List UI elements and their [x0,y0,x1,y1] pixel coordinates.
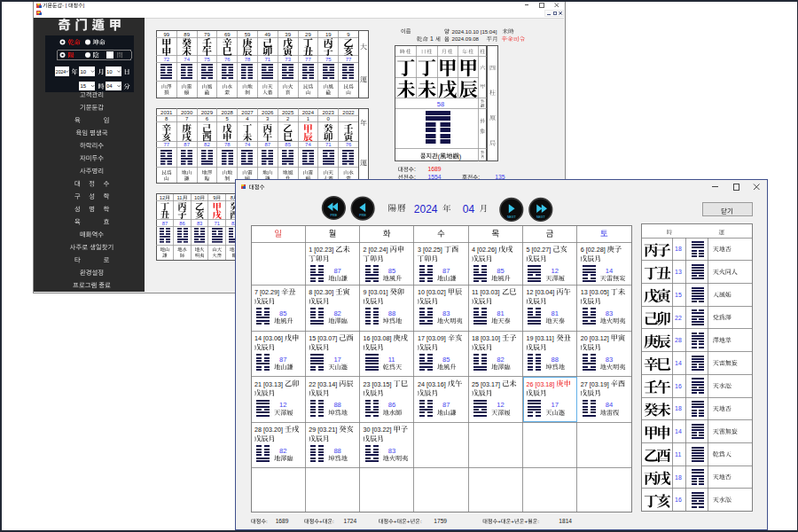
svg-text::: : [266,518,268,524]
svg-text:): ) [459,153,461,160]
svg-text::: : [414,166,416,172]
svg-text:11 [03.03]: 11 [03.03] [472,288,499,296]
svg-text:15 [03.07]: 15 [03.07] [309,334,337,342]
svg-text:+: + [407,518,411,524]
svg-text:76: 76 [346,142,352,147]
svg-text:12 [03.04]: 12 [03.04] [526,288,554,296]
svg-text:PRE: PRE [359,214,366,217]
svg-text:12: 12 [160,195,165,200]
svg-text:71: 71 [265,57,271,62]
svg-text:+: + [319,518,323,524]
svg-text:75: 75 [204,57,210,62]
svg-text:NEXT: NEXT [536,215,546,219]
svg-text:83: 83 [197,221,202,226]
svg-text:78: 78 [245,57,251,62]
svg-text:72: 72 [164,57,170,62]
svg-text:10 [03.02]: 10 [03.02] [418,288,446,296]
svg-text:2022: 2022 [342,110,355,115]
svg-text:84: 84 [606,401,613,409]
svg-text:81: 81 [497,309,504,317]
svg-text:17: 17 [552,401,559,409]
svg-text:69: 69 [224,32,231,37]
svg-text:77: 77 [346,57,352,62]
svg-text:77: 77 [164,142,170,147]
svg-text:2024: 2024 [56,69,66,74]
svg-text:20 [03.12]: 20 [03.12] [581,334,609,342]
svg-text:75: 75 [325,57,332,62]
svg-text:39: 39 [285,32,291,37]
svg-text:12: 12 [552,267,559,275]
svg-text:18 [03.10]: 18 [03.10] [472,334,500,342]
svg-text:83: 83 [606,356,613,364]
svg-text:9 [03.01]: 9 [03.01] [364,288,388,296]
svg-text:04: 04 [463,203,475,215]
svg-text:28: 28 [675,337,682,343]
svg-text:21 [03.13]: 21 [03.13] [254,380,283,388]
svg-text:10: 10 [81,69,87,74]
svg-text:82: 82 [497,356,504,364]
svg-text:74: 74 [305,142,311,147]
svg-text:19 [03.11]: 19 [03.11] [526,334,553,342]
svg-text:18: 18 [675,474,682,481]
svg-text:79: 79 [204,32,210,37]
svg-text:13: 13 [675,269,682,275]
svg-text:77: 77 [305,57,311,62]
svg-text:81: 81 [552,309,559,317]
svg-text:+: + [524,518,528,524]
svg-text:78: 78 [224,142,231,147]
svg-text:2 [02.24]: 2 [02.24] [364,246,388,254]
svg-text:87: 87 [442,267,450,275]
svg-text:29 [03.21]: 29 [03.21] [309,426,337,434]
svg-text:11: 11 [176,195,182,200]
svg-text:19: 19 [325,32,332,37]
svg-text:83: 83 [606,309,613,317]
svg-text:87: 87 [184,142,190,147]
svg-text:71: 71 [215,221,220,226]
svg-text:3 [02.25]: 3 [02.25] [418,246,442,254]
svg-text:12: 12 [279,401,286,409]
svg-text:5 [02.27]: 5 [02.27] [526,246,551,254]
svg-text::: : [420,518,422,524]
svg-text:10: 10 [106,69,113,74]
svg-text:24 [03.16]: 24 [03.16] [418,380,446,388]
svg-text:87: 87 [162,221,168,226]
svg-text::: : [537,518,539,524]
svg-text:16: 16 [675,497,682,503]
svg-text:83: 83 [442,309,450,317]
svg-text:26 [03.18]: 26 [03.18] [526,380,554,388]
svg-text:PRE: PRE [331,214,338,217]
svg-text:8 [02.30]: 8 [02.30] [309,288,333,296]
svg-text:1814: 1814 [559,518,572,524]
svg-text:82: 82 [333,309,340,317]
svg-text:87: 87 [333,267,340,275]
svg-text:12: 12 [497,401,504,409]
svg-text:82: 82 [204,142,210,147]
svg-text:22: 22 [675,315,682,321]
svg-text:29: 29 [305,32,311,37]
svg-text:14 [03.06]: 14 [03.06] [254,334,283,342]
svg-text:14: 14 [675,428,682,434]
svg-text:7 [02.29]: 7 [02.29] [254,288,279,296]
svg-text:83: 83 [388,447,395,455]
svg-text:2024.10.10 [15:04]: 2024.10.10 [15:04] [452,28,497,35]
svg-text:2030: 2030 [181,110,193,115]
svg-text:1: 1 [430,35,434,42]
svg-text:10: 10 [194,195,200,200]
svg-text:76: 76 [224,57,231,62]
svg-text:13 [03.05]: 13 [03.05] [581,288,609,296]
svg-text:17 [03.09]: 17 [03.09] [418,334,446,342]
svg-text:14: 14 [606,267,613,275]
svg-text:2028: 2028 [222,110,234,115]
svg-text:85: 85 [442,356,450,364]
svg-text:2024: 2024 [414,203,438,215]
svg-text:- [: - [ [62,3,67,8]
svg-text:30 [03.22]: 30 [03.22] [364,426,392,434]
svg-text:86: 86 [388,401,395,409]
svg-text:2023: 2023 [323,110,335,115]
svg-text:18: 18 [675,405,682,411]
svg-text:73: 73 [285,57,291,62]
svg-text:04: 04 [106,83,113,89]
svg-text:2027: 2027 [241,110,254,115]
svg-text:58: 58 [437,100,444,108]
svg-text:85: 85 [279,309,286,317]
